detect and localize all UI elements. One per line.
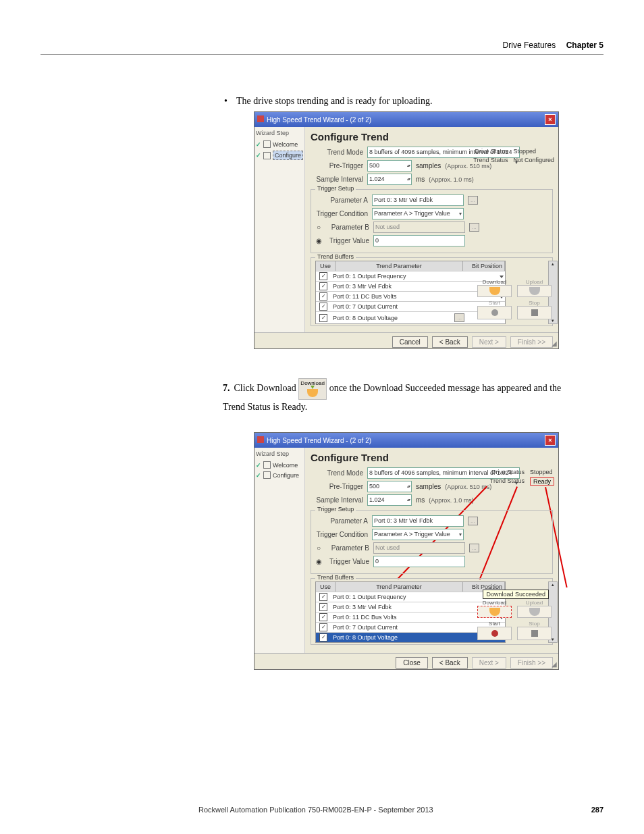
trigger-condition-select[interactable]: Parameter A > Trigger Value [372, 529, 464, 540]
trend-status-label: Trend Status [483, 477, 525, 486]
start-button[interactable] [477, 627, 512, 640]
check-icon: ✓ [256, 152, 261, 159]
chapter-label: Chapter 5 [566, 41, 603, 50]
drive-status-label: Drive Status [483, 469, 525, 475]
pre-trigger-input[interactable]: 500 [367, 160, 412, 172]
next-button: Next > [472, 336, 506, 348]
pre-trigger-input[interactable]: 500 [367, 481, 412, 492]
action-buttons: Download Upload Start Stop [477, 279, 552, 319]
trend-status-value: Ready [530, 477, 554, 486]
table-row[interactable]: ✓Port 0: 3 Mtr Vel Fdbk [316, 281, 505, 291]
drive-status-value: Stopped [513, 148, 536, 155]
trigger-value-label: Trigger Value [326, 558, 369, 565]
publication-footer: Rockwell Automation Publication 750-RM00… [41, 806, 591, 814]
param-a-browse[interactable]: ... [468, 196, 478, 205]
param-a-input[interactable]: Port 0: 3 Mtr Vel Fdbk [372, 194, 464, 206]
trigger-setup-legend: Trigger Setup [315, 506, 356, 513]
app-icon [257, 115, 264, 122]
trigger-value-input[interactable]: 0 [373, 556, 465, 567]
param-b-browse: ... [469, 223, 479, 232]
row-checkbox[interactable]: ✓ [319, 272, 327, 280]
row-browse[interactable]: ... [454, 313, 464, 322]
stop-icon [531, 309, 538, 316]
table-row[interactable]: ✓Port 0: 1 Output Frequency [316, 271, 505, 281]
sidebar-heading: Wizard Step [256, 450, 303, 457]
row-checkbox[interactable]: ✓ [319, 292, 327, 301]
record-icon [491, 630, 498, 637]
chevron-down-icon[interactable] [500, 276, 504, 278]
wizard-titlebar: High Speed Trend Wizard - (2 of 2) × [254, 112, 558, 127]
table-row[interactable]: ✓Port 0: 11 DC Bus Volts [316, 291, 505, 301]
download-button[interactable] [477, 606, 512, 618]
download-button[interactable] [477, 285, 512, 297]
back-button[interactable]: < Back [432, 336, 468, 348]
resize-grip[interactable]: ◢ [552, 340, 557, 347]
table-row[interactable]: ✓Port 0: 1 Output Frequency [316, 592, 505, 602]
step-7-text: 7.Click Download Download once the Downl… [223, 378, 563, 415]
table-row[interactable]: ✓Port 0: 11 DC Bus Volts [316, 612, 505, 622]
sample-interval-input[interactable]: 1.024 [367, 174, 412, 185]
trend-buffers-legend: Trend Buffers [315, 253, 356, 260]
row-checkbox[interactable]: ✓ [319, 633, 327, 642]
step-icon [263, 140, 271, 148]
table-row[interactable]: ✓Port 0: 8 Output Voltage... [316, 311, 505, 323]
close-icon[interactable]: × [545, 435, 556, 446]
trend-status-label: Trend Status [466, 157, 508, 163]
param-b-label: Parameter B [326, 224, 369, 231]
pre-trigger-unit: samples [416, 162, 441, 170]
sample-interval-unit: ms [416, 496, 425, 504]
wizard-title: High Speed Trend Wizard - (2 of 2) [267, 116, 371, 124]
row-checkbox[interactable]: ✓ [319, 623, 327, 631]
bullet-stops-trending: The drive stops trending and is ready fo… [236, 95, 432, 108]
param-a-input[interactable]: Port 0: 3 Mtr Vel Fdbk [372, 515, 464, 527]
row-checkbox[interactable]: ✓ [319, 303, 327, 311]
col-trend-parameter: Trend Parameter [336, 261, 463, 271]
trigger-setup-group: Trigger Setup Parameter APort 0: 3 Mtr V… [311, 510, 553, 574]
sidebar-item-configure[interactable]: ✓Configure [256, 470, 303, 480]
resize-grip[interactable]: ◢ [552, 660, 557, 668]
param-b-radio[interactable]: ○ [315, 544, 322, 552]
stop-label: Stop [517, 621, 552, 627]
table-row[interactable]: ✓Port 0: 3 Mtr Vel Fdbk [316, 602, 505, 612]
close-icon[interactable]: × [545, 114, 556, 125]
trigger-value-input[interactable]: 0 [373, 235, 465, 246]
download-succeeded-tooltip: Download Succeeded [483, 590, 549, 599]
drive-status-value: Stopped [530, 469, 553, 475]
trigger-setup-group: Trigger Setup Parameter APort 0: 3 Mtr V… [311, 189, 553, 253]
sidebar-item-welcome[interactable]: ✓Welcome [256, 139, 303, 149]
param-b-radio[interactable]: ○ [315, 224, 322, 231]
table-row[interactable]: ✓Port 0: 7 Output Current [316, 301, 505, 311]
sample-interval-input[interactable]: 1.024 [367, 494, 412, 506]
wizard-titlebar: High Speed Trend Wizard - (2 of 2) × [254, 433, 558, 448]
trigger-condition-select[interactable]: Parameter A > Trigger Value [372, 208, 464, 219]
close-button[interactable]: Close [396, 657, 428, 669]
sidebar-item-welcome[interactable]: ✓Welcome [256, 460, 303, 470]
pre-trigger-label: Pre-Trigger [311, 483, 363, 490]
configure-trend-heading: Configure Trend [311, 131, 553, 142]
row-checkbox[interactable]: ✓ [319, 593, 327, 601]
check-icon: ✓ [256, 141, 261, 148]
trend-mode-label: Trend Mode [311, 149, 363, 156]
table-row[interactable]: ✓Port 0: 7 Output Current [316, 622, 505, 632]
status-panel: Drive StatusStopped Trend StatusReady [483, 467, 554, 488]
row-checkbox[interactable]: ✓ [319, 314, 327, 322]
sidebar-item-configure[interactable]: ✓Configure [256, 149, 303, 161]
trigger-value-radio[interactable]: ◉ [315, 558, 322, 565]
row-checkbox[interactable]: ✓ [319, 282, 327, 290]
sidebar-heading: Wizard Step [256, 130, 303, 136]
upload-button [517, 606, 552, 618]
trigger-condition-label: Trigger Condition [315, 531, 368, 538]
table-row[interactable]: ✓Port 0: 8 Output Voltage [316, 632, 505, 642]
upload-label: Upload [517, 279, 552, 285]
upload-label: Upload [517, 600, 552, 606]
row-checkbox[interactable]: ✓ [319, 613, 327, 621]
stop-button [517, 306, 552, 319]
row-checkbox[interactable]: ✓ [319, 603, 327, 611]
param-a-browse[interactable]: ... [468, 517, 478, 525]
wizard-title: High Speed Trend Wizard - (2 of 2) [267, 437, 371, 444]
back-button[interactable]: < Back [432, 657, 468, 669]
cancel-button[interactable]: Cancel [392, 336, 428, 348]
trigger-value-radio[interactable]: ◉ [315, 237, 322, 244]
record-icon [491, 309, 498, 316]
sample-interval-approx: (Approx. 1.0 ms) [429, 176, 474, 183]
